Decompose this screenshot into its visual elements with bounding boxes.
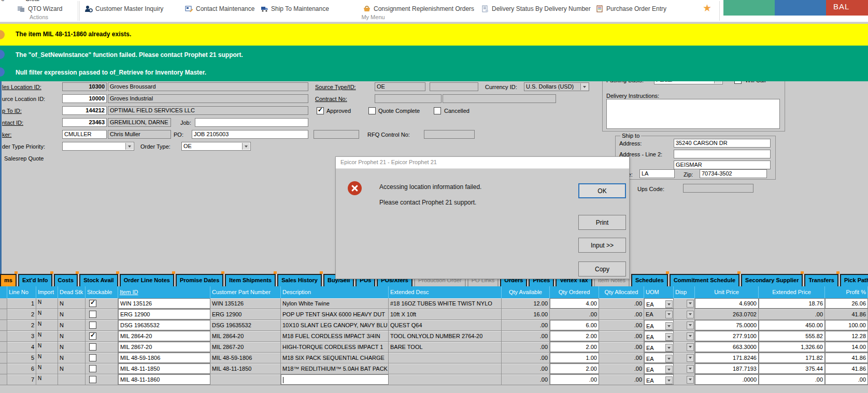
cell-qty-ordered[interactable]: 6.00 [550, 320, 599, 330]
cell-profit-pct[interactable]: 26.06 [825, 298, 868, 309]
dialog-titlebar[interactable]: Epicor Prophet 21 - Epicor Prophet 21 [336, 157, 629, 169]
order-type-priority-select[interactable] [62, 142, 134, 151]
cancelled-checkbox[interactable] [434, 107, 441, 114]
row-selector[interactable] [0, 342, 7, 352]
column-header-unit-price[interactable]: Unit Price [695, 286, 759, 298]
chevron-down-icon[interactable] [665, 300, 673, 308]
cell-unit-price[interactable]: 663.3000 [695, 342, 759, 352]
row-selector[interactable] [0, 298, 7, 309]
cell-description[interactable] [281, 374, 389, 385]
copy-button[interactable]: Copy [578, 261, 626, 276]
stockable-checkbox[interactable] [89, 311, 96, 318]
stockable-checkbox[interactable] [89, 376, 96, 383]
purchase-order-entry-button[interactable]: Purchase Order Entry [595, 4, 666, 14]
cell-unit-price[interactable]: 4.6900 [695, 298, 759, 309]
column-header-description[interactable]: Description [281, 286, 389, 298]
delivery-instructions-textarea[interactable] [606, 99, 780, 129]
po-field[interactable]: JOB 2105003 [192, 130, 308, 139]
column-header-qty-available[interactable]: Qty Available [502, 286, 550, 298]
row-selector[interactable] [0, 320, 7, 330]
tab-ext-d-info[interactable]: Ext'd Info [18, 274, 52, 286]
chevron-down-icon[interactable] [125, 143, 133, 150]
chevron-down-icon[interactable] [687, 332, 694, 340]
source-type-id-label[interactable]: Source Type/ID: [315, 84, 356, 90]
contact-id-field[interactable]: 23463 [62, 118, 107, 127]
cell-qty-ordered[interactable]: 2.00 [550, 331, 599, 341]
stockable-checkbox[interactable] [89, 354, 96, 361]
chevron-down-icon[interactable] [687, 354, 694, 362]
status-block-green[interactable] [723, 0, 775, 16]
cell-extended-price[interactable]: .00 [759, 374, 825, 385]
stockable-checkbox[interactable] [89, 332, 96, 340]
chevron-down-icon[interactable] [687, 322, 694, 329]
customer-master-inquiry-button[interactable]: Customer Master Inquiry [84, 4, 163, 14]
cell-profit-pct[interactable]: 41.86 [825, 353, 868, 363]
cell-disp[interactable] [674, 331, 695, 341]
delivery-status-by-delivery-number-button[interactable]: Delivery Status By Delivery Number [481, 4, 591, 14]
cell-extended-price[interactable]: 375.44 [759, 363, 825, 374]
chevron-down-icon[interactable] [687, 311, 694, 318]
cell-disp[interactable] [674, 374, 695, 385]
chevron-down-icon[interactable] [687, 343, 694, 351]
chevron-down-icon[interactable] [687, 300, 694, 308]
tab-stock-avail[interactable]: Stock Avail [79, 274, 118, 286]
cell-qty-ordered[interactable]: 4.00 [550, 298, 599, 309]
cell-profit-pct[interactable]: 41.86 [825, 363, 868, 374]
cell-qty-ordered[interactable]: 2.00 [550, 342, 599, 352]
chevron-down-icon[interactable] [665, 366, 673, 373]
cell-qty-ordered[interactable]: .00 [550, 374, 599, 385]
row-selector[interactable] [0, 331, 7, 341]
cell-item-id[interactable]: MIL 48-11-1850 [118, 363, 210, 374]
cell-item-id[interactable]: MIL 48-59-1806 [118, 353, 210, 363]
column-header-disp[interactable]: Disp [674, 286, 695, 298]
cell-qty-ordered[interactable]: 1.00 [550, 353, 599, 363]
cell-item-id[interactable]: WIN 135126 [118, 298, 210, 309]
cell-unit-price[interactable]: 187.7193 [695, 363, 759, 374]
status-block-bal[interactable]: BAL [826, 0, 868, 16]
contact-id-label[interactable]: ntact ID: [2, 120, 23, 126]
cell-profit-pct[interactable]: .00 [825, 374, 868, 385]
currency-select[interactable]: U.S. Dollars (USD) [524, 82, 589, 91]
consignment-replenishment-orders-button[interactable]: Consignment Replenishment Orders [363, 4, 474, 14]
tab-commitment-schedule[interactable]: Commitment Schedule [670, 274, 739, 286]
row-selector[interactable] [0, 363, 7, 374]
status-block-blue[interactable] [775, 0, 826, 16]
tab-sales-history[interactable]: Sales History [277, 274, 322, 286]
clipped-clear-label[interactable]: e Clear [1, 0, 40, 3]
qto-wizard-button[interactable]: QTO Wizard [17, 4, 62, 14]
cell-unit-price[interactable]: .0000 [695, 374, 759, 385]
tab-pick-path[interactable]: Pick Path [840, 274, 868, 286]
chevron-down-icon[interactable] [665, 344, 673, 352]
column-header-qty-allocated[interactable]: Qty Allocated [599, 286, 644, 298]
cell-disp[interactable] [674, 363, 695, 374]
stockable-checkbox[interactable] [89, 300, 96, 307]
chevron-down-icon[interactable] [242, 143, 250, 150]
row-selector[interactable] [0, 353, 7, 363]
print-button[interactable]: Print [578, 215, 626, 230]
cell-item-id[interactable]: MIL 2867-20 [118, 342, 210, 352]
chevron-down-icon[interactable] [687, 376, 694, 384]
tab-item-shipments[interactable]: Item Shipments [225, 274, 276, 286]
cell-disp[interactable] [674, 309, 695, 319]
tab-costs[interactable]: Costs [54, 274, 78, 286]
column-header-import[interactable]: Import [36, 286, 58, 298]
cell-uom[interactable]: EA [644, 320, 674, 330]
column-header-qty-ordered[interactable]: Qty Ordered [550, 286, 599, 298]
chevron-down-icon[interactable] [687, 365, 694, 373]
city-field[interactable]: GEISMAR [674, 161, 771, 169]
chevron-down-icon[interactable] [665, 322, 673, 330]
cell-profit-pct[interactable]: 12.28 [825, 331, 868, 341]
ok-button[interactable]: OK [578, 183, 626, 198]
cell-profit-pct[interactable]: 100.00 [825, 320, 868, 330]
cell-extended-price[interactable]: 18.76 [759, 298, 825, 309]
cell-item-id[interactable]: MIL 48-11-1860 [118, 374, 210, 385]
stockable-checkbox[interactable] [89, 343, 96, 351]
cell-uom[interactable]: EA [644, 374, 674, 385]
cell-unit-price[interactable]: 75.0000 [695, 320, 759, 330]
state-field[interactable]: LA [639, 169, 675, 178]
column-header-item-id[interactable]: Item ID [118, 286, 210, 298]
cell-profit-pct[interactable]: 14.00 [825, 342, 868, 352]
contract-no-label[interactable]: Contract No: [315, 96, 347, 102]
tab-secondary-supplier[interactable]: Secondary Supplier [741, 274, 803, 286]
chevron-down-icon[interactable] [665, 355, 673, 362]
